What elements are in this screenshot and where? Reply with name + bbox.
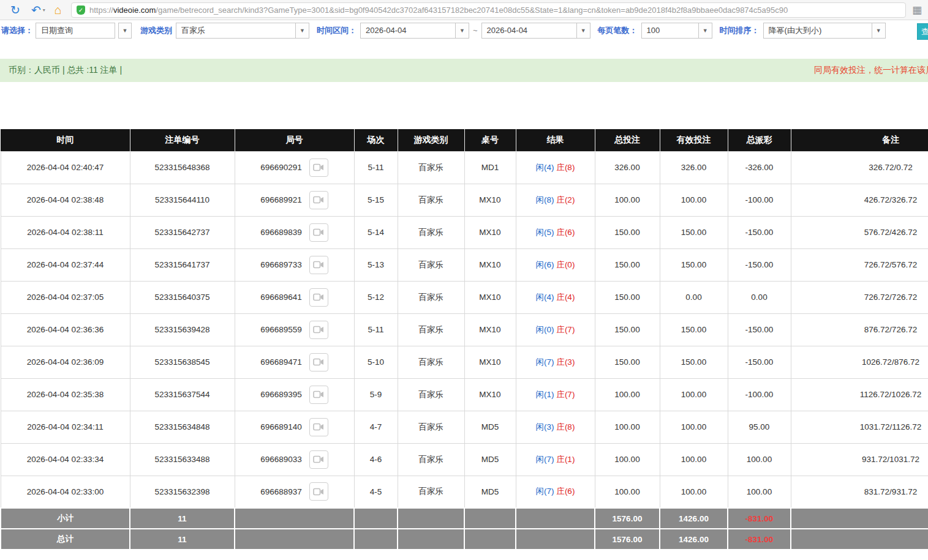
cell-valid-bet: 150.00: [660, 313, 728, 346]
round-number: 696688937: [260, 487, 302, 496]
cell-payout: -100.00: [728, 378, 791, 411]
query-type-dropdown[interactable]: 日期查询 ▼: [36, 23, 132, 39]
date-from-dropdown[interactable]: 2026-04-04 ▼: [360, 23, 469, 39]
cell-game-type: 百家乐: [398, 411, 464, 443]
url-scheme: https://: [89, 6, 113, 15]
cell-time: 2026-04-04 02:33:00: [1, 476, 130, 508]
column-header-9: 总派彩: [728, 129, 791, 151]
date-to-dropdown[interactable]: 2026-04-04 ▼: [481, 23, 590, 39]
cell-game-type: 百家乐: [398, 313, 464, 346]
chevron-down-icon[interactable]: ▼: [577, 23, 590, 39]
result-banker: 庄(8): [556, 422, 575, 431]
chevron-down-icon[interactable]: ▼: [456, 23, 469, 39]
chevron-down-icon[interactable]: ▼: [872, 23, 886, 39]
chevron-down-icon[interactable]: ▼: [699, 23, 712, 39]
video-replay-button[interactable]: [309, 191, 328, 209]
footer-empty-cell: [235, 529, 354, 550]
cell-time: 2026-04-04 02:36:36: [1, 313, 130, 346]
cell-result: 闲(0) 庄(7): [516, 313, 595, 346]
page-size-dropdown[interactable]: 100 ▼: [641, 23, 712, 39]
cell-payout: -326.00: [728, 151, 791, 184]
cell-remark: 1026.72/876.72: [791, 346, 928, 378]
footer-payout: -831.00: [728, 529, 791, 550]
video-replay-button[interactable]: [309, 482, 328, 501]
cell-remark: 726.72/726.72: [791, 281, 928, 313]
cell-total-bet[interactable]: 150.00: [595, 216, 660, 248]
refresh-icon[interactable]: ↻: [10, 4, 20, 16]
cell-total-bet[interactable]: 100.00: [595, 411, 660, 443]
cell-total-bet[interactable]: 150.00: [595, 313, 660, 346]
address-bar[interactable]: ✓ https://videoie.com/game/betrecord_sea…: [71, 2, 906, 18]
cell-remark: 726.72/576.72: [791, 248, 928, 281]
sort-value: 降幂(由大到小): [763, 23, 872, 39]
cell-bet-id: 523315632398: [130, 476, 235, 508]
result-player: 闲(0): [536, 325, 554, 334]
result-banker: 庄(1): [556, 455, 575, 464]
cell-total-bet[interactable]: 150.00: [595, 248, 660, 281]
cell-result: 闲(4) 庄(4): [516, 281, 595, 313]
result-player: 闲(7): [536, 455, 554, 464]
home-icon[interactable]: ⌂: [55, 4, 62, 16]
cell-total-bet[interactable]: 150.00: [595, 281, 660, 313]
cell-valid-bet: 100.00: [660, 184, 728, 216]
video-replay-button[interactable]: [309, 159, 328, 177]
cell-session: 5-10: [354, 346, 398, 378]
round-number: 696690291: [260, 163, 302, 172]
round-number: 696689641: [260, 293, 302, 302]
footer-empty-cell: [398, 508, 464, 529]
cell-payout: -150.00: [728, 216, 791, 248]
result-player: 闲(7): [536, 487, 554, 496]
video-replay-button[interactable]: [309, 418, 328, 436]
filter-bar: 请选择： 日期查询 ▼ 游戏类别 百家乐 ▼ 时间区间： 2026-04-04 …: [0, 20, 928, 40]
cell-time: 2026-04-04 02:38:11: [1, 216, 130, 248]
round-number: 696689140: [260, 422, 302, 431]
game-type-dropdown[interactable]: 百家乐 ▼: [176, 23, 309, 39]
total-row: 总计111576.001426.00-831.00: [1, 529, 928, 550]
video-replay-button[interactable]: [309, 256, 328, 274]
round-number: 696689839: [260, 228, 302, 237]
cell-game-type: 百家乐: [398, 443, 464, 476]
table-row: 2026-04-04 02:40:47523315648368696690291…: [1, 151, 928, 184]
round-wrap: 696689033: [235, 450, 354, 469]
valid-bet-notice: 同局有效投注，统一计算在该局: [814, 65, 928, 76]
apps-grid-icon[interactable]: ▦: [912, 4, 922, 17]
chevron-down-icon[interactable]: ▼: [118, 23, 132, 39]
video-replay-button[interactable]: [309, 450, 328, 469]
round-number: 696689395: [260, 390, 302, 399]
video-replay-button[interactable]: [309, 353, 328, 371]
video-replay-button[interactable]: [309, 386, 328, 404]
query-type-value: 日期查询: [36, 23, 115, 39]
cell-table-no: MX10: [464, 184, 516, 216]
time-range-label: 时间区间：: [317, 25, 356, 36]
sort-dropdown[interactable]: 降幂(由大到小) ▼: [763, 23, 886, 39]
cell-total-bet[interactable]: 326.00: [595, 151, 660, 184]
video-replay-button[interactable]: [309, 321, 328, 339]
cell-remark: 326.72/0.72: [791, 151, 928, 184]
video-replay-button[interactable]: [309, 288, 328, 307]
video-replay-button[interactable]: [309, 223, 328, 242]
cell-total-bet[interactable]: 100.00: [595, 184, 660, 216]
cell-total-bet[interactable]: 100.00: [595, 476, 660, 508]
round-number: 696689033: [260, 455, 302, 464]
footer-empty-cell: [464, 529, 516, 550]
undo-dropdown-icon[interactable]: ▾: [43, 7, 45, 13]
cell-time: 2026-04-04 02:36:09: [1, 346, 130, 378]
chevron-down-icon[interactable]: ▼: [296, 23, 309, 39]
result-banker: 庄(6): [556, 487, 575, 496]
cell-result: 闲(5) 庄(6): [516, 216, 595, 248]
cell-result: 闲(7) 庄(1): [516, 443, 595, 476]
cell-table-no: MX10: [464, 378, 516, 411]
round-wrap: 696689395: [235, 386, 354, 404]
cell-session: 5-15: [354, 184, 398, 216]
cell-total-bet[interactable]: 100.00: [595, 378, 660, 411]
undo-icon[interactable]: ↶: [31, 4, 41, 16]
cell-valid-bet: 100.00: [660, 476, 728, 508]
url-domain: videoie.com: [113, 6, 156, 15]
cell-total-bet[interactable]: 100.00: [595, 443, 660, 476]
cell-payout: -150.00: [728, 346, 791, 378]
cell-total-bet[interactable]: 150.00: [595, 346, 660, 378]
cell-bet-id: 523315642737: [130, 216, 235, 248]
cell-time: 2026-04-04 02:33:34: [1, 443, 130, 476]
search-button[interactable]: 查询: [917, 23, 928, 40]
cell-bet-id: 523315641737: [130, 248, 235, 281]
